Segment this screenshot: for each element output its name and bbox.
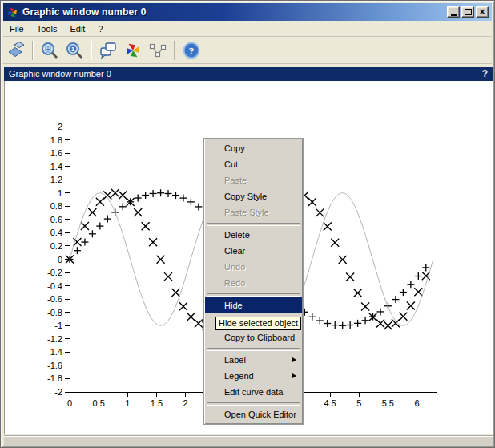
original-view-icon: 1 [65, 41, 84, 60]
svg-text:1: 1 [70, 46, 74, 53]
minimize-icon [451, 14, 457, 16]
tooltip: Hide selected object [215, 317, 301, 330]
title-bar[interactable]: Graphic window number 0 × [3, 3, 492, 21]
y-tick-label: 0.2 [50, 241, 62, 251]
scilab-app-icon [6, 6, 18, 18]
graphics-editor-icon [124, 42, 142, 59]
toolbar-separator [91, 41, 91, 60]
help-icon: ? [182, 41, 201, 60]
graphics-editor-button[interactable] [122, 40, 143, 62]
zoom-area-icon [40, 41, 59, 60]
close-button[interactable]: × [476, 6, 489, 18]
menu-item-edit-curve-data[interactable]: Edit curve data [205, 384, 302, 400]
menu-item-clear[interactable]: Clear [205, 243, 302, 259]
y-tick-label: -1.6 [47, 361, 62, 370]
maximize-button[interactable] [461, 6, 474, 18]
x-tick-label: 4.5 [324, 398, 336, 408]
menu-edit[interactable]: Edit [63, 22, 91, 35]
y-tick-label: 1.8 [50, 135, 62, 145]
menu-item-delete[interactable]: Delete [205, 227, 302, 243]
submenu-arrow-icon [292, 357, 296, 362]
menu-item-copy-style[interactable]: Copy Style [205, 188, 302, 204]
y-tick-label: -0.6 [47, 294, 62, 304]
application-window: Graphic window number 0 × File Tools Edi… [0, 0, 495, 448]
menu-item-undo: Undo [205, 259, 302, 275]
help-button[interactable]: ? [180, 40, 202, 62]
x-tick-label: 0.5 [92, 398, 104, 408]
y-tick-label: 0.8 [50, 201, 62, 211]
y-tick-label: -0.8 [47, 308, 62, 317]
menu-item-copy[interactable]: Copy [205, 140, 302, 156]
y-tick-label: 0 [58, 255, 62, 264]
menu-tools[interactable]: Tools [30, 22, 64, 35]
panel-help-icon[interactable]: ? [482, 68, 488, 79]
menu-item-paste: Paste [205, 172, 302, 188]
x-tick-label: 5.5 [382, 398, 394, 408]
menu-separator [205, 220, 302, 227]
menu-item-copy-to-clipboard[interactable]: Copy to Clipboard [205, 329, 302, 345]
svg-text:?: ? [188, 45, 194, 57]
y-tick-label: -0.4 [47, 281, 62, 291]
datatips-icon [99, 41, 118, 60]
original-view-button[interactable]: 1 [63, 40, 85, 62]
y-tick-label: -1.4 [47, 347, 62, 357]
curve-editor-button[interactable] [147, 40, 168, 62]
x-tick-label: 2 [183, 398, 187, 408]
status-bar [4, 436, 493, 446]
y-tick-label: 0.6 [50, 215, 62, 224]
graphic-panel-header[interactable]: Graphic window number 0 ? [4, 67, 493, 81]
toolbar-separator [174, 41, 175, 60]
menu-item-cut[interactable]: Cut [205, 156, 302, 172]
menu-item-redo: Redo [205, 275, 302, 291]
menu-file[interactable]: File [3, 22, 30, 35]
menu-item-open-quick-editor[interactable]: Open Quick Editor [205, 406, 302, 422]
y-tick-label: 1.2 [50, 175, 62, 184]
maximize-icon [465, 9, 472, 15]
context-menu: CopyCutPasteCopy StylePaste StyleDeleteC… [203, 138, 304, 425]
y-tick-label: 1.4 [50, 162, 62, 172]
menu-item-legend[interactable]: Legend [205, 368, 302, 384]
menu-item-paste-style: Paste Style [205, 204, 302, 220]
rotate-button[interactable] [5, 40, 26, 62]
menu-help[interactable]: ? [91, 22, 109, 35]
menu-item-label[interactable]: Label [205, 352, 302, 368]
curve-editor-icon [148, 41, 167, 60]
y-tick-label: -0.2 [47, 268, 62, 277]
close-icon: × [479, 8, 485, 16]
datatips-button[interactable] [97, 40, 119, 62]
window-title: Graphic window number 0 [22, 6, 445, 18]
y-tick-label: 1.6 [50, 148, 62, 158]
x-tick-label: 6 [414, 398, 419, 408]
y-tick-label: 0.4 [50, 228, 62, 237]
tool-bar: 1 [3, 38, 492, 64]
menu-separator [205, 400, 302, 406]
x-tick-label: 1.5 [151, 398, 163, 408]
menu-bar: File Tools Edit ? [3, 22, 492, 37]
y-tick-label: 1 [58, 188, 62, 198]
menu-item-hide[interactable]: Hide [205, 297, 302, 313]
toolbar-separator [32, 41, 33, 60]
rotate-icon [6, 41, 26, 60]
panel-title: Graphic window number 0 [9, 69, 111, 79]
y-tick-label: 2 [58, 122, 62, 131]
x-tick-label: 5 [356, 398, 361, 408]
menu-separator [205, 345, 302, 352]
menu-separator [205, 291, 302, 297]
y-tick-label: -1.2 [47, 334, 62, 344]
y-tick-label: -1.8 [47, 373, 62, 383]
y-tick-label: -1 [54, 321, 62, 330]
x-tick-label: 0 [67, 398, 72, 408]
y-tick-label: -2 [54, 387, 62, 397]
x-tick-label: 1 [125, 398, 130, 408]
minimize-button[interactable] [447, 6, 460, 18]
submenu-arrow-icon [292, 373, 296, 378]
zoom-area-button[interactable] [38, 40, 60, 62]
